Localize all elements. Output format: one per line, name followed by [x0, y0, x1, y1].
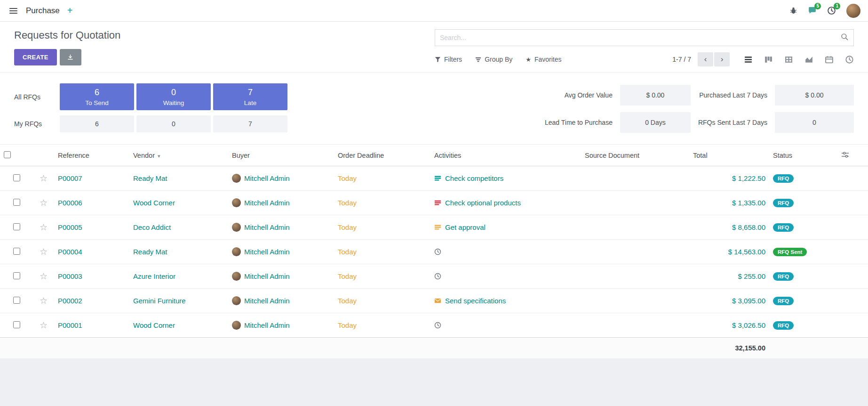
- row-checkbox[interactable]: [13, 272, 20, 279]
- purchase-dashboard: All RFQs 6 To Send 0 Waiting 7 Late My R…: [0, 73, 868, 144]
- buyer-link[interactable]: Mitchell Admin: [244, 223, 290, 231]
- clock-icon[interactable]: [434, 322, 441, 329]
- tasks-icon[interactable]: [434, 224, 441, 231]
- vendor-link[interactable]: Deco Addict: [133, 223, 171, 231]
- activity-label[interactable]: Check competitors: [445, 174, 503, 182]
- favorite-star-icon[interactable]: ☆: [40, 296, 48, 306]
- favorite-star-icon[interactable]: ☆: [40, 198, 48, 208]
- table-row[interactable]: ☆P00007Ready MatMitchell AdminTodayCheck…: [0, 166, 868, 191]
- column-header-source-document[interactable]: Source Document: [581, 145, 689, 166]
- row-checkbox[interactable]: [13, 248, 20, 255]
- column-header-activities[interactable]: Activities: [430, 145, 581, 166]
- clock-icon[interactable]: [434, 248, 441, 255]
- sort-caret-icon: ▾: [158, 153, 160, 159]
- favorite-star-icon[interactable]: ☆: [40, 320, 48, 330]
- buyer-avatar: [232, 296, 241, 305]
- pager-previous-button[interactable]: ‹: [698, 52, 713, 66]
- table-footer-row: 32,155.00: [0, 338, 868, 358]
- row-checkbox[interactable]: [13, 321, 20, 328]
- search-input[interactable]: [440, 34, 841, 41]
- vendor-link[interactable]: Ready Mat: [133, 248, 167, 256]
- activity-label[interactable]: Check optional products: [445, 199, 521, 207]
- buyer-link[interactable]: Mitchell Admin: [244, 272, 290, 280]
- new-tab-plus[interactable]: +: [67, 5, 73, 16]
- favorites-button[interactable]: ★ Favorites: [526, 56, 561, 63]
- reference-link[interactable]: P00004: [58, 248, 82, 256]
- filters-button[interactable]: Filters: [435, 56, 462, 63]
- search-bar[interactable]: [435, 29, 854, 46]
- vendor-link[interactable]: Wood Corner: [133, 321, 175, 329]
- export-button[interactable]: [60, 49, 81, 65]
- column-header-status[interactable]: Status: [769, 145, 837, 166]
- table-row[interactable]: ☆P00006Wood CornerMitchell AdminTodayChe…: [0, 191, 868, 215]
- favorite-star-icon[interactable]: ☆: [40, 271, 48, 281]
- favorite-star-icon[interactable]: ☆: [40, 173, 48, 183]
- column-header-reference[interactable]: Reference: [54, 145, 129, 166]
- view-activity-button[interactable]: [845, 55, 854, 64]
- group-by-icon: [475, 57, 481, 63]
- my-kpi-to-send[interactable]: 6: [60, 115, 134, 132]
- reference-link[interactable]: P00005: [58, 223, 82, 231]
- apps-menu-icon[interactable]: [8, 6, 19, 16]
- messages-icon[interactable]: 5: [808, 6, 817, 15]
- group-by-button[interactable]: Group By: [475, 56, 512, 63]
- buyer-link[interactable]: Mitchell Admin: [244, 297, 290, 305]
- reference-link[interactable]: P00007: [58, 174, 82, 182]
- activity-label[interactable]: Get approval: [445, 223, 486, 231]
- vendor-link[interactable]: Ready Mat: [133, 174, 167, 182]
- tasks-icon[interactable]: [434, 175, 441, 182]
- column-header-order-deadline[interactable]: Order Deadline: [334, 145, 430, 166]
- kpi-to-send[interactable]: 6 To Send: [60, 83, 134, 110]
- user-avatar[interactable]: [846, 4, 860, 18]
- optional-columns-icon[interactable]: [841, 152, 849, 160]
- search-icon[interactable]: [841, 33, 849, 43]
- vendor-link[interactable]: Azure Interior: [133, 272, 175, 280]
- row-checkbox[interactable]: [13, 199, 20, 206]
- favorite-star-icon[interactable]: ☆: [40, 247, 48, 257]
- view-graph-button[interactable]: [804, 55, 813, 64]
- tasks-icon[interactable]: [434, 199, 441, 206]
- my-kpi-late[interactable]: 7: [213, 115, 287, 132]
- buyer-link[interactable]: Mitchell Admin: [244, 248, 290, 256]
- buyer-link[interactable]: Mitchell Admin: [244, 199, 290, 207]
- reference-link[interactable]: P00002: [58, 297, 82, 305]
- view-calendar-button[interactable]: [825, 55, 834, 64]
- table-row[interactable]: ☆P00005Deco AddictMitchell AdminTodayGet…: [0, 215, 868, 240]
- view-kanban-button[interactable]: [764, 55, 773, 64]
- row-checkbox[interactable]: [13, 174, 20, 181]
- view-list-button[interactable]: [744, 55, 753, 64]
- row-total: $ 3,026.50: [732, 321, 765, 329]
- activity-label[interactable]: Send specifications: [445, 297, 506, 305]
- activities-icon[interactable]: 1: [827, 6, 836, 15]
- column-header-buyer[interactable]: Buyer: [228, 145, 334, 166]
- select-all-checkbox[interactable]: [4, 151, 11, 158]
- kpi-late[interactable]: 7 Late: [213, 83, 287, 110]
- status-badge: RFQ: [773, 174, 794, 183]
- favorite-star-icon[interactable]: ☆: [40, 222, 48, 232]
- pager-next-button[interactable]: ›: [714, 52, 730, 66]
- debug-icon[interactable]: [789, 7, 797, 15]
- vendor-link[interactable]: Gemini Furniture: [133, 297, 186, 305]
- create-button[interactable]: CREATE: [14, 49, 57, 65]
- view-pivot-button[interactable]: [784, 55, 793, 64]
- buyer-link[interactable]: Mitchell Admin: [244, 174, 290, 182]
- clock-icon[interactable]: [434, 273, 441, 280]
- kpi-waiting[interactable]: 0 Waiting: [136, 83, 211, 110]
- table-row[interactable]: ☆P00003Azure InteriorMitchell AdminToday…: [0, 264, 868, 289]
- envelope-icon[interactable]: [434, 297, 441, 304]
- my-kpi-waiting[interactable]: 0: [136, 115, 211, 132]
- vendor-link[interactable]: Wood Corner: [133, 199, 175, 207]
- table-row[interactable]: ☆P00004Ready MatMitchell AdminToday$ 14,…: [0, 240, 868, 264]
- buyer-link[interactable]: Mitchell Admin: [244, 321, 290, 329]
- column-header-vendor[interactable]: Vendor▾: [129, 145, 228, 166]
- reference-link[interactable]: P00001: [58, 321, 82, 329]
- row-checkbox[interactable]: [13, 297, 20, 304]
- table-row[interactable]: ☆P00002Gemini FurnitureMitchell AdminTod…: [0, 289, 868, 313]
- app-name[interactable]: Purchase: [26, 6, 60, 16]
- buyer-avatar: [232, 198, 241, 207]
- reference-link[interactable]: P00006: [58, 199, 82, 207]
- reference-link[interactable]: P00003: [58, 272, 82, 280]
- table-row[interactable]: ☆P00001Wood CornerMitchell AdminToday$ 3…: [0, 313, 868, 338]
- column-header-total[interactable]: Total: [689, 145, 769, 166]
- row-checkbox[interactable]: [13, 223, 20, 230]
